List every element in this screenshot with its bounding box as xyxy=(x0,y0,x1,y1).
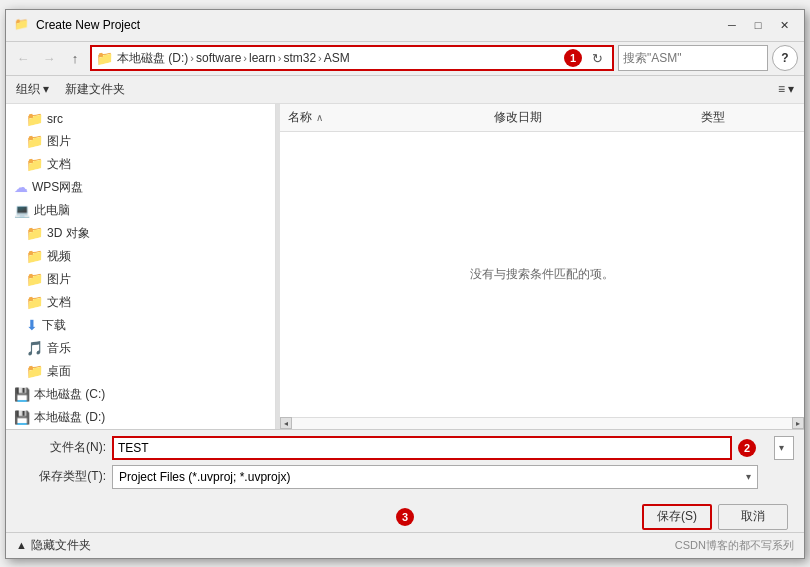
tree-item-label: 本地磁盘 (D:) xyxy=(34,409,105,426)
filetype-value: Project Files (*.uvproj; *.uvprojx) xyxy=(119,470,290,484)
sort-arrow: ∧ xyxy=(316,112,323,123)
tree-item-docs2[interactable]: 📁 文档 xyxy=(6,291,275,314)
tree-item-3d[interactable]: 📁 3D 对象 xyxy=(6,222,275,245)
breadcrumb: 本地磁盘 (D:) › software › learn › stm32 › A… xyxy=(117,50,556,67)
view-toggle: ≡ ▾ xyxy=(774,80,798,98)
tree-item-label: 文档 xyxy=(47,294,71,311)
close-button[interactable]: ✕ xyxy=(772,15,796,35)
maximize-button[interactable]: □ xyxy=(746,15,770,35)
search-input[interactable] xyxy=(623,51,773,65)
col-date-header[interactable]: 修改日期 xyxy=(486,109,692,126)
tree-item-label: 下载 xyxy=(42,317,66,334)
tree-item-label: 视频 xyxy=(47,248,71,265)
refresh-button[interactable]: ↻ xyxy=(586,47,608,69)
filename-row: 文件名(N): 2 ▾ xyxy=(16,436,794,460)
organize-arrow: ▾ xyxy=(43,82,49,96)
up-button[interactable]: ↑ xyxy=(64,47,86,69)
title-bar-left: 📁 Create New Project xyxy=(14,17,140,33)
filename-dropdown[interactable]: ▾ xyxy=(774,436,794,460)
breadcrumb-part-4: stm32 xyxy=(283,51,316,65)
tree-item-label: 3D 对象 xyxy=(47,225,90,242)
tree-item-desktop[interactable]: 📁 桌面 xyxy=(6,360,275,383)
chevron-down-icon: ▾ xyxy=(779,442,784,453)
folder-icon: 📁 xyxy=(26,271,43,287)
tree-item-pictures2[interactable]: 📁 图片 xyxy=(6,268,275,291)
tree-item-music[interactable]: 🎵 音乐 xyxy=(6,337,275,360)
save-button[interactable]: 保存(S) xyxy=(642,504,712,530)
navigation-bar: ← → ↑ 📁 本地磁盘 (D:) › software › learn › s… xyxy=(6,42,804,76)
folder-icon: 📁 xyxy=(26,363,43,379)
empty-message: 没有与搜索条件匹配的项。 xyxy=(470,266,614,283)
col-name-header[interactable]: 名称 ∧ xyxy=(280,109,486,126)
organize-button[interactable]: 组织 ▾ xyxy=(12,79,53,100)
tree-item-wps[interactable]: ☁ WPS网盘 xyxy=(6,176,275,199)
drive-icon: 💾 xyxy=(14,387,30,402)
filename-input[interactable] xyxy=(112,436,732,460)
folder-icon: 📁 xyxy=(26,294,43,310)
tree-item-docs1[interactable]: 📁 文档 xyxy=(6,153,275,176)
new-folder-button[interactable]: 新建文件夹 xyxy=(61,79,129,100)
view-toggle-button[interactable]: ≡ ▾ xyxy=(774,80,798,98)
expand-label: 隐藏文件夹 xyxy=(31,537,91,554)
tree-item-drive-c[interactable]: 💾 本地磁盘 (C:) xyxy=(6,383,275,406)
drive-icon: 💾 xyxy=(14,410,30,425)
tree-item-label: 桌面 xyxy=(47,363,71,380)
tree-item-computer[interactable]: 💻 此电脑 xyxy=(6,199,275,222)
tree-item-video[interactable]: 📁 视频 xyxy=(6,245,275,268)
footer-bar: ▲ 隐藏文件夹 CSDN博客的都不写系列 xyxy=(6,532,804,558)
folder-icon: 📁 xyxy=(26,225,43,241)
back-button[interactable]: ← xyxy=(12,47,34,69)
content-area: 📁 src 📁 图片 📁 文档 ☁ WPS网盘 💻 此电脑 📁 3D xyxy=(6,104,804,429)
address-bar[interactable]: 📁 本地磁盘 (D:) › software › learn › stm32 ›… xyxy=(90,45,614,71)
search-bar[interactable]: 🔍 xyxy=(618,45,768,71)
filetype-chevron-icon: ▾ xyxy=(746,471,751,482)
filename-label: 文件名(N): xyxy=(16,439,106,456)
minimize-button[interactable]: ─ xyxy=(720,15,744,35)
folder-icon: 📁 xyxy=(26,111,43,127)
create-new-project-dialog: 📁 Create New Project ─ □ ✕ ← → ↑ 📁 本地磁盘 … xyxy=(5,9,805,559)
tree-item-downloads[interactable]: ⬇ 下载 xyxy=(6,314,275,337)
folder-icon: 📁 xyxy=(26,133,43,149)
title-bar: 📁 Create New Project ─ □ ✕ xyxy=(6,10,804,42)
scroll-left-btn[interactable]: ◂ xyxy=(280,417,292,429)
help-button[interactable]: ? xyxy=(772,45,798,71)
tree-item-src[interactable]: 📁 src xyxy=(6,108,275,130)
tree-item-label: 此电脑 xyxy=(34,202,70,219)
action-badge: 3 xyxy=(396,508,414,526)
watermark: CSDN博客的都不写系列 xyxy=(675,538,794,553)
tree-item-drive-d[interactable]: 💾 本地磁盘 (D:) xyxy=(6,406,275,429)
col-name-label: 名称 xyxy=(288,109,312,126)
dialog-title: Create New Project xyxy=(36,18,140,32)
dialog-icon: 📁 xyxy=(14,17,30,33)
breadcrumb-part-1: 本地磁盘 (D:) xyxy=(117,50,188,67)
cancel-button[interactable]: 取消 xyxy=(718,504,788,530)
hide-folders-button[interactable]: ▲ 隐藏文件夹 xyxy=(16,537,91,554)
computer-icon: 💻 xyxy=(14,203,30,218)
folder-icon: 📁 xyxy=(26,248,43,264)
tree-item-label: 本地磁盘 (C:) xyxy=(34,386,105,403)
music-icon: 🎵 xyxy=(26,340,43,356)
right-panel: 名称 ∧ 修改日期 类型 没有与搜索条件匹配的项。 ◂ ▸ xyxy=(280,104,804,429)
col-date-label: 修改日期 xyxy=(494,110,542,124)
tree-item-label: 图片 xyxy=(47,271,71,288)
col-type-label: 类型 xyxy=(701,110,725,124)
new-folder-label: 新建文件夹 xyxy=(65,81,125,98)
scroll-right-btn[interactable]: ▸ xyxy=(792,417,804,429)
horizontal-scrollbar[interactable]: ◂ ▸ xyxy=(280,417,804,429)
tree-item-pictures1[interactable]: 📁 图片 xyxy=(6,130,275,153)
title-buttons: ─ □ ✕ xyxy=(720,15,796,35)
filetype-dropdown[interactable]: Project Files (*.uvproj; *.uvprojx) ▾ xyxy=(112,465,758,489)
forward-button[interactable]: → xyxy=(38,47,60,69)
view-icon: ≡ xyxy=(778,82,785,96)
filetype-label: 保存类型(T): xyxy=(16,468,106,485)
cloud-icon: ☁ xyxy=(14,179,28,195)
address-folder-icon: 📁 xyxy=(96,50,113,66)
address-badge: 1 xyxy=(564,49,582,67)
folder-icon: 📁 xyxy=(26,156,43,172)
column-header: 名称 ∧ 修改日期 类型 xyxy=(280,104,804,132)
tree-item-label: 图片 xyxy=(47,133,71,150)
col-type-header[interactable]: 类型 xyxy=(693,109,804,126)
action-row: 3 保存(S) 取消 xyxy=(6,500,804,532)
scroll-track[interactable] xyxy=(292,418,792,429)
breadcrumb-part-2: software xyxy=(196,51,241,65)
